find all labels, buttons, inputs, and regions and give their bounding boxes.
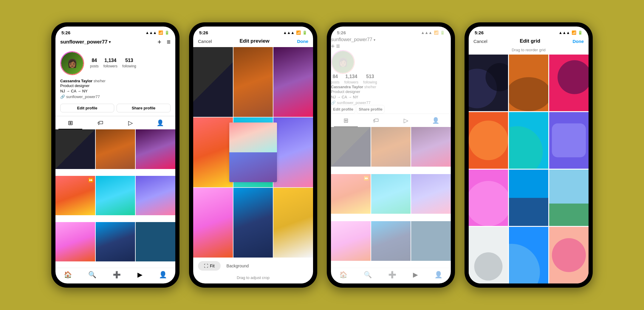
edit-cell-4-1[interactable] [469,55,508,111]
username-row-1[interactable]: sunflower_power77 ▾ [60,39,111,45]
grid-cell-9[interactable] [136,222,175,262]
edit-cell-4-9[interactable] [549,170,589,226]
edit-cell-4-10[interactable] [469,227,508,283]
drag-hint-2: Drag to adjust crop [193,274,313,283]
stat-followers-1[interactable]: 1,134 followers [103,58,117,69]
link-icon-3: 🔗 [331,100,336,105]
battery-icon: 🔋 [165,30,169,35]
edit-cell-4-5[interactable] [509,112,548,169]
create-icon-3: ➕ [388,271,396,279]
stats-row-1: 84 posts 1,134 followers 513 following [90,58,171,69]
avatar-3: 👩🏾 [331,50,355,74]
status-icons-3: ▲▲▲ 📶 🔋 [421,30,445,35]
stat-posts-1[interactable]: 84 posts [90,58,99,69]
grid-cell-4[interactable]: ⏩ [55,176,95,216]
preview-center-card[interactable] [229,123,277,182]
grid-cell-6[interactable] [136,176,175,216]
edit-bottom-bar-2: ⛶ Fit Background [193,258,313,274]
done-button-2[interactable]: Done [297,39,309,44]
svg-rect-18 [549,203,589,226]
profile-nav-icon-1[interactable]: 👤 [159,271,167,279]
chevron-down-icon-1: ▾ [109,40,111,44]
grid-cell-3-9 [411,221,451,261]
edit-cell-4-11[interactable] [509,227,548,283]
grid-cell-8[interactable] [96,222,135,262]
phone-edit-grid: 5:26 ▲▲▲ 📶 🔋 Cancel Edit grid Done Drag … [465,22,593,288]
signal-icon-4: ▲▲▲ [558,30,570,35]
stats-row-3: 84 posts 1,134 followers 513 following [331,74,451,85]
grid-cell-3-7 [331,221,371,261]
bio-link-1[interactable]: 🔗 sunflower_power77 [60,94,171,99]
done-button-4[interactable]: Done [573,39,584,44]
preview-grid-2[interactable] [193,47,313,258]
wifi-icon-2: 📶 [296,30,301,35]
cancel-button-2[interactable]: Cancel [198,39,212,44]
tab-tag-1[interactable]: 🏷 [86,116,116,129]
edit-header-4: Cancel Edit grid Done [469,37,589,47]
edit-cell-4-12[interactable] [549,227,589,283]
menu-icon-1[interactable]: ≡ [167,38,171,46]
signal-icon: ▲▲▲ [145,30,157,35]
grid-cell-3-2 [371,127,411,167]
status-bar-3: 5:26 ▲▲▲ 📶 🔋 [331,27,451,37]
tab-grid-1[interactable]: ⊞ [55,116,86,129]
preview-cell-9 [273,188,313,258]
fit-icon: ⛶ [204,264,208,268]
edit-cell-4-4[interactable] [469,112,508,169]
bio-link-3: 🔗 sunflower_power77 [331,100,451,105]
status-icons-1: ▲▲▲ 📶 🔋 [145,30,169,35]
svg-point-24 [552,238,586,272]
signal-icon-2: ▲▲▲ [283,30,295,35]
search-icon-1[interactable]: 🔍 [88,271,96,279]
edit-cell-4-7[interactable] [469,170,508,226]
grid-cell-7[interactable] [55,222,95,262]
background-button[interactable]: Background [221,261,255,271]
grid-cell-3-4: ⏩ [331,174,371,214]
preview-cell-8 [233,188,273,258]
stat-following-1[interactable]: 513 following [122,58,136,69]
edit-cell-4-2[interactable] [509,55,548,111]
preview-cell-7 [193,188,233,258]
bio-section-1: Cassandra Taylor she/her Product designe… [55,79,175,102]
link-icon-1: 🔗 [60,94,65,99]
grid-cell-2[interactable] [96,129,135,169]
bio-section-3: Cassandra Taylor she/her Product designe… [331,85,451,105]
svg-rect-12 [552,123,586,157]
wifi-icon-3: 📶 [434,30,439,35]
preview-cell-1 [193,47,233,117]
fit-button[interactable]: ⛶ Fit [198,261,221,271]
share-profile-button-3: Share profile [357,105,384,114]
wifi-icon-4: 📶 [572,30,576,35]
profile-nav-icon-3: 👤 [434,271,442,279]
tab-reels-1[interactable]: ▷ [115,116,145,129]
edit-cell-4-6[interactable] [549,112,589,169]
home-icon-1[interactable]: 🏠 [64,271,72,279]
tab-tagged-1[interactable]: 👤 [145,116,176,129]
status-bar-1: 5:26 ▲▲▲ 📶 🔋 [55,27,175,37]
status-bar-2: 5:26 ▲▲▲ 📶 🔋 [193,27,313,37]
avatar-1[interactable]: 👩🏾 [60,51,84,75]
grid-cell-3[interactable] [136,129,175,169]
grid-cell-5[interactable] [96,176,135,216]
action-btns-3: Edit profile Share profile [331,105,451,114]
reels-nav-icon-1[interactable]: ▶ [137,271,143,279]
cancel-button-4[interactable]: Cancel [473,39,487,44]
signal-icon-3: ▲▲▲ [421,30,432,35]
reel-icon-3: ⏩ [364,176,369,181]
edit-profile-button-1[interactable]: Edit profile [60,104,114,112]
share-profile-button-1[interactable]: Share profile [117,104,171,112]
edit-profile-button-3: Edit profile [331,105,355,114]
create-icon-1[interactable]: ➕ [113,271,121,279]
tab-tag-3: 🏷 [361,114,391,127]
top-nav-1: sunflower_power77 ▾ + ≡ [55,37,175,49]
edit-header-2: Cancel Edit preview Done [193,37,313,47]
grid-cell-1[interactable] [55,129,95,169]
add-icon-1[interactable]: + [157,38,161,46]
svg-point-4 [509,77,548,111]
status-time-3: 5:26 [337,30,346,35]
grid-cell-3-5 [371,174,411,214]
status-icons-4: ▲▲▲ 📶 🔋 [558,30,583,35]
edit-cell-4-3[interactable] [549,55,589,111]
edit-cell-4-8[interactable] [509,170,548,226]
menu-icon-3: ≡ [336,42,340,50]
